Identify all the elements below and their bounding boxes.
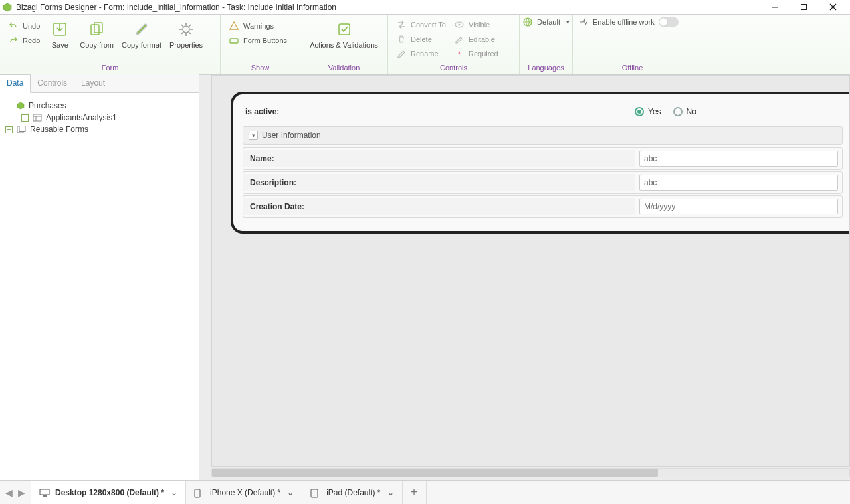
properties-label: Properties bbox=[169, 41, 203, 49]
group-header-user-information[interactable]: ▾ User Information bbox=[243, 126, 843, 145]
save-icon bbox=[49, 19, 70, 40]
form-buttons-button[interactable]: Form Buttons bbox=[227, 35, 288, 46]
tab-data[interactable]: Data bbox=[0, 74, 31, 93]
chevron-down-icon[interactable]: ⌄ bbox=[171, 488, 177, 497]
expand-icon[interactable]: + bbox=[5, 126, 13, 133]
form-row-description[interactable]: Description: bbox=[243, 171, 843, 194]
offline-icon bbox=[578, 17, 589, 27]
visible-icon bbox=[454, 19, 465, 30]
ribbon: Undo Redo Save Copy from Copy format bbox=[0, 15, 850, 74]
ribbon-group-offline-label: Offline bbox=[573, 62, 692, 74]
tree-child-label: ApplicantsAnalysis1 bbox=[46, 113, 117, 122]
add-device-tab-button[interactable]: + bbox=[403, 481, 427, 504]
enable-offline-label: Enable offline work bbox=[593, 18, 655, 26]
devtabs-prev-button[interactable]: ◀ bbox=[4, 487, 14, 498]
svg-rect-27 bbox=[19, 126, 25, 132]
svg-rect-7 bbox=[94, 23, 102, 33]
svg-rect-28 bbox=[40, 489, 49, 495]
entity-cube-icon bbox=[17, 102, 25, 110]
offline-toggle-switch[interactable] bbox=[659, 17, 679, 27]
warnings-label: Warnings bbox=[243, 22, 274, 30]
tree-root-label: Purchases bbox=[29, 101, 66, 110]
window-maximize-button[interactable] bbox=[789, 0, 818, 15]
save-button[interactable]: Save bbox=[44, 17, 76, 50]
redo-button[interactable]: Redo bbox=[7, 35, 41, 46]
convert-to-icon bbox=[396, 19, 407, 30]
tab-controls[interactable]: Controls bbox=[31, 74, 74, 92]
form-buttons-icon bbox=[229, 35, 239, 46]
copy-from-icon bbox=[86, 19, 108, 40]
tablet-icon bbox=[310, 489, 321, 497]
redo-icon bbox=[8, 35, 19, 46]
svg-line-14 bbox=[189, 32, 191, 34]
description-label: Description: bbox=[243, 174, 635, 191]
editable-button[interactable]: Editable bbox=[453, 33, 500, 45]
ribbon-group-languages-label: Languages bbox=[520, 62, 572, 74]
device-tab-iphone[interactable]: iPhone X (Default) * ⌄ bbox=[186, 481, 302, 504]
enable-offline-toggle[interactable]: Enable offline work bbox=[577, 16, 680, 28]
actions-validations-button[interactable]: Actions & Validations bbox=[306, 17, 382, 50]
ribbon-group-show-label: Show bbox=[221, 62, 300, 74]
copy-format-button[interactable]: Copy format bbox=[118, 17, 165, 50]
editable-label: Editable bbox=[469, 35, 495, 43]
tree-child-applicants[interactable]: + ApplicantsAnalysis1 bbox=[5, 112, 193, 124]
window-minimize-button[interactable] bbox=[760, 0, 789, 15]
required-icon: * bbox=[454, 48, 465, 59]
titlebar: Bizagi Forms Designer - Form: Include_In… bbox=[0, 0, 850, 15]
copy-from-button[interactable]: Copy from bbox=[76, 17, 118, 50]
svg-marker-0 bbox=[3, 3, 11, 11]
expand-icon[interactable]: + bbox=[21, 114, 29, 122]
save-label: Save bbox=[52, 41, 68, 49]
device-tab-desktop-label: Desktop 1280x800 (Default) * bbox=[55, 488, 164, 497]
canvas-area: is active: Yes No bbox=[199, 74, 850, 480]
copy-format-label: Copy format bbox=[122, 41, 161, 49]
form-row-name[interactable]: Name: bbox=[243, 147, 843, 170]
desktop-icon bbox=[39, 489, 50, 497]
form-row-is-active[interactable]: is active: Yes No bbox=[243, 101, 843, 122]
horizontal-scrollbar[interactable] bbox=[211, 468, 850, 477]
convert-to-button[interactable]: Convert To bbox=[395, 19, 447, 31]
radio-yes[interactable] bbox=[635, 107, 644, 116]
copy-format-icon bbox=[131, 19, 152, 40]
device-tab-desktop[interactable]: Desktop 1280x800 (Default) * ⌄ bbox=[31, 481, 186, 504]
chevron-down-icon[interactable]: ⌄ bbox=[287, 488, 294, 497]
properties-button[interactable]: Properties bbox=[165, 17, 207, 50]
chevron-down-icon[interactable]: ⌄ bbox=[387, 488, 394, 497]
creation-date-input[interactable] bbox=[639, 199, 838, 214]
scrollbar-thumb[interactable] bbox=[212, 469, 658, 477]
copy-from-label: Copy from bbox=[80, 41, 114, 49]
name-input[interactable] bbox=[639, 151, 838, 167]
required-button[interactable]: * Required bbox=[453, 48, 500, 60]
undo-button[interactable]: Undo bbox=[7, 20, 41, 32]
window-close-button[interactable] bbox=[818, 0, 847, 15]
warnings-button[interactable]: Warnings bbox=[227, 20, 288, 32]
delete-button[interactable]: Delete bbox=[395, 33, 447, 45]
delete-label: Delete bbox=[411, 35, 432, 43]
svg-line-13 bbox=[181, 25, 183, 27]
rename-button[interactable]: Rename bbox=[395, 48, 447, 60]
devtabs-next-button[interactable]: ▶ bbox=[17, 487, 27, 498]
required-label: Required bbox=[469, 50, 498, 58]
entity-icon bbox=[33, 114, 42, 122]
description-input[interactable] bbox=[639, 175, 838, 191]
tab-layout[interactable]: Layout bbox=[74, 74, 112, 92]
tree-root-purchases[interactable]: Purchases bbox=[5, 100, 193, 112]
form-row-creation-date[interactable]: Creation Date: bbox=[243, 195, 843, 218]
svg-rect-30 bbox=[195, 489, 200, 497]
language-default-label: Default bbox=[537, 18, 560, 26]
is-active-label: is active: bbox=[243, 106, 635, 118]
undo-label: Undo bbox=[23, 22, 40, 30]
svg-point-8 bbox=[183, 26, 189, 33]
left-panel: Data Controls Layout Purchases + Applica… bbox=[0, 74, 199, 480]
device-tab-ipad[interactable]: iPad (Default) * ⌄ bbox=[302, 481, 402, 504]
svg-rect-2 bbox=[801, 5, 806, 10]
radio-no[interactable] bbox=[673, 107, 683, 116]
left-panel-tabs: Data Controls Layout bbox=[0, 74, 199, 93]
visible-button[interactable]: Visible bbox=[453, 19, 500, 31]
language-default-dropdown[interactable]: Default▾ bbox=[521, 16, 571, 28]
creation-date-label: Creation Date: bbox=[243, 198, 635, 215]
phone-icon bbox=[194, 489, 205, 497]
properties-icon bbox=[175, 19, 197, 40]
convert-to-label: Convert To bbox=[411, 21, 446, 29]
tree-reusable-forms[interactable]: + Reusable Forms bbox=[5, 124, 193, 135]
